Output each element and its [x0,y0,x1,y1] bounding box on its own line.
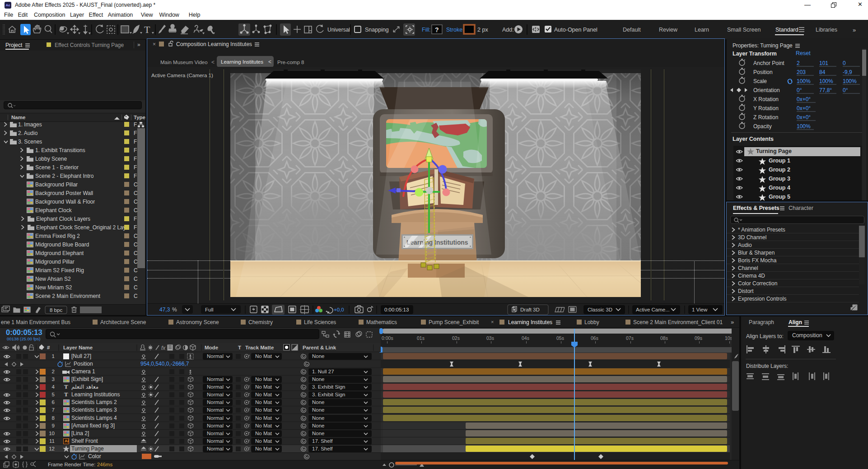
svg-text:101: 101 [819,60,828,66]
svg-text:0: 0 [843,60,846,66]
svg-text:Review: Review [659,27,678,33]
svg-text:+0,0: +0,0 [334,307,344,312]
svg-text:0x+0°: 0x+0° [797,105,811,111]
svg-text:Parent & Link: Parent & Link [303,345,336,350]
svg-text:Opacity: Opacity [753,123,772,130]
svg-text:0°: 0° [797,87,802,93]
svg-text:fx: fx [161,345,166,351]
svg-text:Auto-Open Panel: Auto-Open Panel [554,27,597,33]
svg-text:100%: 100% [819,78,833,84]
svg-text:203: 203 [797,69,806,75]
svg-text:Standard: Standard [775,27,798,33]
svg-text:Anchor Point: Anchor Point [753,60,784,66]
svg-text:Add:: Add: [502,27,514,33]
svg-text:100%: 100% [797,123,811,130]
svg-text:100%: 100% [797,78,811,84]
svg-text:Small Screen: Small Screen [727,27,761,33]
svg-text:Active Came...: Active Came... [636,307,670,312]
svg-text:T: T [238,345,241,350]
svg-text:-9,9: -9,9 [843,69,852,75]
svg-text:2: 2 [797,60,800,66]
svg-text:Position: Position [753,69,773,75]
svg-text:X Rotation: X Rotation [753,96,779,102]
svg-text:84: 84 [819,69,826,75]
svg-text:Orientation: Orientation [753,87,780,93]
svg-text:%: % [172,306,177,313]
svg-text:Default: Default [623,27,641,33]
svg-text:0°: 0° [843,87,848,93]
svg-text:0:00:05:13: 0:00:05:13 [384,307,409,312]
svg-text:Track Matte: Track Matte [245,345,274,350]
svg-text:Stroke:: Stroke: [446,27,464,33]
svg-text:2 px: 2 px [477,27,488,33]
svg-text:Layer Name: Layer Name [63,345,93,350]
svg-text:1 View: 1 View [692,307,708,312]
svg-text:Draft 3D: Draft 3D [520,307,540,312]
svg-text:T: T [144,24,150,35]
svg-text:77,8°: 77,8° [819,87,832,93]
svg-text:Learn: Learn [695,27,709,33]
svg-text:Fill:: Fill: [422,27,430,33]
svg-text:8 bpc: 8 bpc [50,307,62,313]
svg-text:?: ? [435,26,439,33]
svg-text:47,3: 47,3 [159,306,170,313]
svg-text:Libraries: Libraries [816,27,837,33]
svg-text:0x+0°: 0x+0° [797,96,811,102]
svg-text:100%: 100% [843,78,857,84]
svg-text:»: » [853,27,856,33]
svg-text:Y Rotation: Y Rotation [753,105,779,111]
svg-text:Full: Full [205,307,214,312]
svg-text:#: # [47,345,50,350]
svg-text:Mode: Mode [205,345,218,350]
svg-text:Classic 3D: Classic 3D [588,307,612,312]
svg-text:Scale: Scale [753,78,767,84]
svg-text:Z Rotation: Z Rotation [753,114,778,121]
svg-text:Universal: Universal [327,27,350,33]
svg-text:0x+0°: 0x+0° [797,114,811,121]
svg-text:Snapping: Snapping [365,27,389,33]
